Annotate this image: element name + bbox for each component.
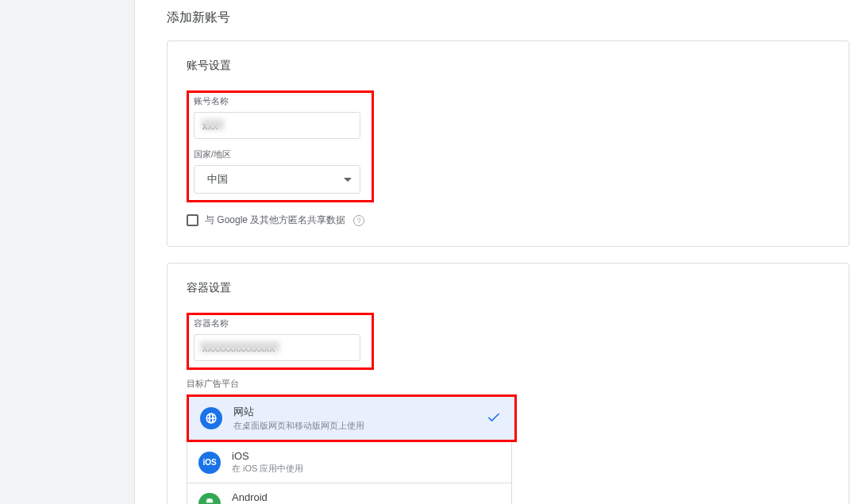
- platform-web-highlight: 网站 在桌面版网页和移动版网页上使用: [187, 394, 517, 442]
- container-settings-card: 容器设置 容器名称 xxxxxxxx 目标广告平台 网站 在桌面版网页和移动版网…: [167, 263, 849, 504]
- country-select[interactable]: 中国: [194, 165, 360, 194]
- platform-option-android[interactable]: Android 在 Android 应用中使用: [187, 483, 511, 504]
- account-name-label: 账号名称: [194, 95, 367, 107]
- ios-icon: iOS: [198, 452, 221, 474]
- check-icon: [486, 410, 502, 428]
- country-value: 中国: [207, 172, 228, 187]
- platform-option-ios[interactable]: iOS iOS 在 iOS 应用中使用: [187, 442, 511, 483]
- platform-ios-title: iOS: [232, 450, 500, 462]
- platform-android-title: Android: [232, 491, 500, 503]
- container-name-label: 容器名称: [194, 317, 367, 329]
- platform-web-title: 网站: [233, 405, 503, 419]
- globe-icon: [200, 407, 222, 429]
- platform-ios-desc: 在 iOS 应用中使用: [232, 463, 500, 475]
- page-title: 添加新账号: [167, 0, 855, 40]
- left-sidebar: [0, 0, 135, 504]
- android-icon: [198, 493, 221, 505]
- help-icon[interactable]: ?: [353, 215, 364, 226]
- account-fields-highlight: 账号名称 xx 国家/地区 中国: [187, 90, 374, 202]
- chevron-down-icon: [344, 178, 352, 182]
- account-settings-card: 账号设置 账号名称 xx 国家/地区 中国 与 Google 及其他方匿名共享数…: [167, 40, 849, 247]
- account-settings-title: 账号设置: [187, 59, 830, 73]
- country-label: 国家/地区: [194, 148, 367, 160]
- platform-label: 目标广告平台: [187, 378, 830, 390]
- share-data-checkbox[interactable]: [187, 214, 198, 226]
- container-name-highlight: 容器名称 xxxxxxxx: [187, 313, 374, 370]
- container-settings-title: 容器设置: [187, 281, 830, 295]
- share-data-label: 与 Google 及其他方匿名共享数据: [205, 214, 345, 227]
- platform-option-web[interactable]: 网站 在桌面版网页和移动版网页上使用: [189, 397, 514, 440]
- platform-web-desc: 在桌面版网页和移动版网页上使用: [233, 420, 503, 432]
